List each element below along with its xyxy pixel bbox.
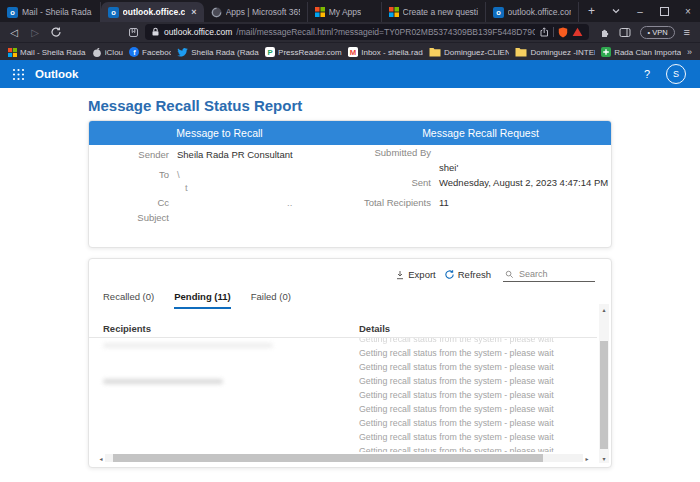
search-icon: [505, 270, 514, 279]
total-recipients-label: Total Recipients: [347, 197, 431, 209]
message-summary-card: Message to Recall Message Recall Request…: [88, 120, 612, 248]
subject-label: Subject: [101, 212, 169, 224]
status-cell: Getting recall status from the system - …: [359, 376, 554, 386]
share-icon[interactable]: [539, 27, 549, 37]
bookmark-folder-inter[interactable]: Dominguez -INTER...: [515, 47, 595, 57]
close-window-button[interactable]: ×: [676, 0, 700, 22]
submitted-by-value: shei': [439, 162, 458, 174]
outlook-icon: o: [493, 7, 504, 18]
submitted-by-label: Submitted By: [347, 147, 431, 159]
scroll-down-icon[interactable]: ▾: [599, 453, 609, 463]
bookmark-label: PressReader.com -...: [278, 48, 342, 57]
bookmark-gmail-inbox[interactable]: M Inbox - sheila.rada...: [348, 47, 423, 57]
sidebar-panel-icon[interactable]: [619, 27, 631, 38]
table-row: Getting recall status from the system - …: [89, 416, 597, 430]
tab-recalled[interactable]: Recalled (0): [103, 291, 154, 309]
horizontal-scrollbar-track[interactable]: [105, 454, 583, 462]
tab-label: Apps | Microsoft 365: [226, 7, 300, 17]
browser-address-bar: ◁ ▷ outlook.office.com /mail/messageReca…: [0, 22, 700, 42]
close-tab-icon[interactable]: ×: [191, 7, 196, 17]
bookmarks-overflow-chevron[interactable]: »: [687, 47, 692, 57]
browser-tab-m365[interactable]: Apps | Microsoft 365: [204, 2, 308, 22]
search-input[interactable]: [517, 268, 591, 280]
tab-label: outlook.office.com/mail/: [508, 7, 571, 17]
avatar[interactable]: S: [666, 64, 686, 84]
scroll-up-icon[interactable]: ▴: [599, 304, 609, 314]
extensions-puzzle-icon[interactable]: [599, 27, 610, 38]
help-button[interactable]: ?: [644, 68, 650, 80]
refresh-button[interactable]: Refresh: [444, 269, 491, 280]
tab-label: Create a new question or: [403, 7, 478, 17]
message-to-recall-header: Message to Recall: [89, 121, 350, 145]
facebook-icon: f: [129, 47, 139, 57]
to-label: To: [101, 169, 169, 181]
vertical-scrollbar-thumb[interactable]: [600, 341, 608, 449]
browser-tab-outlook-mail[interactable]: o outlook.office.com/mail/: [486, 2, 579, 22]
reload-icon[interactable]: [48, 24, 64, 40]
toolbar-right-cluster: • VPN ≡: [599, 26, 694, 39]
subject-value: [169, 212, 177, 224]
cc-field: Cc ..: [101, 197, 292, 209]
horizontal-scrollbar-thumb[interactable]: [113, 454, 543, 462]
outlook-icon: o: [7, 7, 18, 18]
browser-tab-mail[interactable]: o Mail - Sheila Rada PR Co: [0, 2, 101, 22]
horizontal-scrollbar[interactable]: ◂ ▸: [97, 453, 591, 463]
sent-value: Wednesday, August 2, 2023 4:47:14 PM: [431, 177, 608, 189]
bookmark-facebook[interactable]: f Facebook: [129, 47, 171, 57]
bookmark-rada-clan[interactable]: Rada Clan Importan...: [601, 47, 681, 57]
triangle-extension-icon[interactable]: [572, 27, 583, 37]
browser-tab-active-recall[interactable]: o outlook.office.com/m ×: [101, 2, 204, 22]
status-cell: Getting recall status from the system - …: [359, 390, 554, 400]
submitted-by-value-row: shei': [439, 162, 458, 174]
status-cell: Getting recall status from the system - …: [359, 404, 554, 414]
table-row: Getting recall status from the system - …: [89, 338, 597, 346]
window-controls: – ×: [604, 0, 700, 22]
bookmark-label: Mail - Sheila Rada -...: [20, 48, 86, 57]
page-title: Message Recall Status Report: [88, 97, 302, 114]
search-box[interactable]: [503, 267, 595, 282]
tab-search-chevron-icon[interactable]: [604, 0, 628, 22]
status-cell: Getting recall status from the system - …: [359, 432, 554, 442]
table-row: Getting recall status from the system - …: [89, 374, 597, 388]
table-row: Getting recall status from the system - …: [89, 360, 597, 374]
url-field[interactable]: outlook.office.com /mail/messageRecall.h…: [145, 24, 589, 40]
back-icon[interactable]: ◁: [6, 24, 22, 40]
bookmark-folder-clients[interactable]: Dominguez-CLIENTS: [429, 47, 509, 57]
sent-field: Sent Wednesday, August 2, 2023 4:47:14 P…: [347, 177, 608, 189]
export-button[interactable]: Export: [395, 269, 435, 280]
table-row: Getting recall status from the system - …: [89, 444, 597, 452]
tab-pending[interactable]: Pending (11): [174, 291, 230, 309]
forward-icon[interactable]: ▷: [27, 24, 43, 40]
microsoft365-icon: [211, 7, 222, 18]
sender-label: Sender: [101, 149, 169, 161]
folder-icon: [515, 47, 527, 57]
shield-extension-icon[interactable]: [558, 27, 568, 38]
browser-tab-myapps[interactable]: My Apps: [308, 2, 382, 22]
bookmark-label: Inbox - sheila.rada...: [361, 48, 423, 57]
maximize-button[interactable]: [652, 0, 676, 22]
recipients-table-body: Getting recall status from the system - …: [89, 338, 597, 452]
vpn-button[interactable]: • VPN: [640, 26, 674, 39]
outlook-icon: o: [108, 7, 119, 18]
tab-label: Mail - Sheila Rada PR Co: [22, 7, 93, 17]
tab-failed[interactable]: Failed (0): [251, 291, 291, 309]
bookmark-icloud[interactable]: iCloud: [92, 47, 123, 58]
vertical-scrollbar[interactable]: ▴ ▾: [599, 304, 609, 463]
details-column-header: Details: [359, 323, 390, 334]
svg-text:P: P: [268, 48, 273, 57]
bookmark-pressreader[interactable]: P PressReader.com -...: [265, 47, 342, 57]
bookmark-twitter[interactable]: Sheila Rada (RadaS...: [177, 47, 259, 57]
menu-hamburger-icon[interactable]: ≡: [684, 26, 690, 38]
recipients-column-header: Recipients: [103, 323, 151, 334]
scroll-left-icon[interactable]: ◂: [97, 455, 105, 462]
minimize-button[interactable]: –: [628, 0, 652, 22]
green-plus-icon: [601, 47, 611, 57]
export-label: Export: [408, 269, 435, 280]
reading-list-icon[interactable]: [125, 24, 141, 40]
browser-tab-question[interactable]: Create a new question or: [382, 2, 486, 22]
bookmark-mail[interactable]: Mail - Sheila Rada -...: [8, 48, 86, 57]
scroll-right-icon[interactable]: ▸: [583, 455, 591, 462]
download-icon: [395, 270, 405, 280]
new-tab-button[interactable]: +: [579, 0, 604, 22]
app-launcher-waffle-icon[interactable]: [12, 68, 25, 81]
